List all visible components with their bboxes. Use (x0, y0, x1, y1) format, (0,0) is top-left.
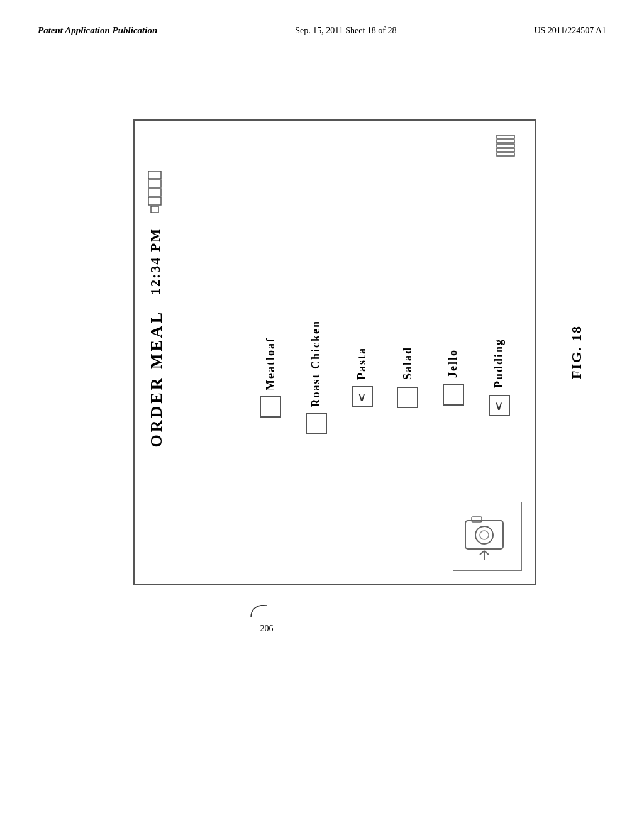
page-header: Patent Application Publication Sep. 15, … (38, 25, 606, 40)
time-display: 12:34 PM (147, 228, 164, 295)
meatloaf-checkbox[interactable] (260, 396, 281, 418)
pasta-label: Pasta (355, 347, 369, 380)
menu-item-jello[interactable]: Jello (443, 349, 464, 406)
diagram-container: 12:34 PM ORDER MEAL Meatloaf Roast Chick… (38, 82, 606, 780)
meatloaf-label: Meatloaf (264, 337, 277, 390)
svg-rect-4 (497, 153, 514, 156)
publication-title: Patent Application Publication (38, 25, 157, 36)
device-icon (147, 171, 179, 218)
device-screen: 12:34 PM ORDER MEAL Meatloaf Roast Chick… (133, 119, 536, 585)
svg-rect-8 (148, 197, 161, 205)
svg-rect-0 (497, 135, 514, 138)
svg-rect-3 (497, 148, 514, 152)
jello-label: Jello (447, 349, 460, 378)
roast-chicken-label: Roast Chicken (309, 320, 323, 407)
pudding-check-mark: ∨ (494, 398, 504, 413)
left-column: 12:34 PM ORDER MEAL (147, 171, 248, 447)
roast-chicken-checkbox[interactable] (306, 413, 327, 434)
menu-item-pudding[interactable]: Pudding ∨ (489, 338, 510, 416)
pudding-label: Pudding (492, 338, 506, 388)
patent-number: US 2011/224507 A1 (534, 26, 606, 36)
reference-206: 206 (248, 571, 286, 634)
menu-item-meatloaf[interactable]: Meatloaf (260, 337, 281, 418)
pudding-checkbox[interactable]: ∨ (489, 395, 510, 416)
fig-label: FIG. 18 (569, 325, 585, 379)
svg-rect-7 (148, 189, 161, 196)
order-meal-label: ORDER MEAL (147, 310, 166, 447)
pasta-check-mark: ∨ (357, 389, 367, 404)
ref-206-number: 206 (260, 624, 274, 634)
salad-checkbox[interactable] (397, 387, 418, 408)
svg-line-15 (480, 551, 484, 555)
status-bar (147, 133, 522, 158)
svg-point-11 (475, 526, 493, 544)
svg-rect-10 (465, 521, 503, 549)
svg-rect-6 (148, 180, 161, 187)
menu-item-roast-chicken[interactable]: Roast Chicken (306, 320, 327, 435)
pasta-checkbox[interactable]: ∨ (352, 386, 373, 407)
battery-icon (491, 133, 522, 158)
svg-point-12 (480, 531, 489, 540)
svg-rect-5 (148, 171, 161, 179)
camera-area (453, 502, 522, 571)
salad-label: Salad (401, 346, 414, 380)
menu-item-salad[interactable]: Salad (397, 346, 418, 407)
svg-line-16 (484, 551, 489, 555)
jello-checkbox[interactable] (443, 384, 464, 406)
svg-rect-2 (497, 144, 514, 147)
svg-rect-9 (151, 206, 158, 213)
svg-rect-1 (497, 140, 514, 143)
sheet-info: Sep. 15, 2011 Sheet 18 of 28 (295, 26, 396, 36)
menu-item-pasta[interactable]: Pasta ∨ (352, 347, 373, 407)
